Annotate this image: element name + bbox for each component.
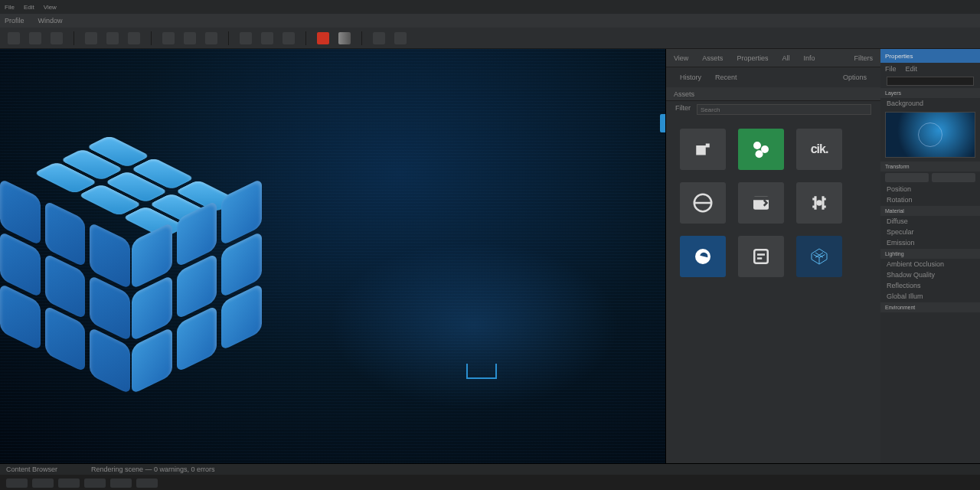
menu-window[interactable]: Window bbox=[38, 17, 63, 24]
asset-shapes[interactable] bbox=[738, 129, 784, 170]
asset-cik[interactable]: cik. bbox=[796, 129, 842, 170]
timeline-prev[interactable] bbox=[6, 479, 28, 488]
asset-grid: cik. bbox=[666, 121, 880, 285]
tool-align[interactable] bbox=[128, 32, 140, 44]
row-position: Position bbox=[880, 184, 980, 194]
properties-search[interactable] bbox=[887, 77, 974, 86]
subtab-recent[interactable]: Recent bbox=[712, 72, 740, 83]
tool-export[interactable] bbox=[283, 32, 295, 44]
asset-window[interactable] bbox=[738, 182, 784, 224]
bottom-panel: Content Browser Rendering scene — 0 warn… bbox=[0, 463, 980, 490]
asset-bracket[interactable] bbox=[796, 182, 842, 224]
viewport-marker bbox=[466, 364, 497, 379]
filter-input[interactable] bbox=[697, 104, 871, 115]
row-shadow[interactable]: Shadow Quality bbox=[880, 270, 980, 280]
timeline-loop[interactable] bbox=[110, 479, 132, 488]
svg-point-0 bbox=[753, 142, 761, 149]
timeline-frame[interactable] bbox=[136, 479, 158, 488]
tool-play[interactable] bbox=[240, 32, 252, 44]
section-transform[interactable]: Transform bbox=[880, 162, 980, 172]
row-diffuse[interactable]: Diffuse bbox=[880, 216, 980, 227]
asset-package[interactable] bbox=[680, 129, 726, 170]
tool-move[interactable] bbox=[29, 32, 41, 44]
tool-grid[interactable] bbox=[106, 32, 119, 44]
separator bbox=[74, 31, 74, 45]
row-ao[interactable]: Ambient Occlusion bbox=[880, 259, 980, 270]
timeline-next[interactable] bbox=[58, 479, 80, 488]
tool-group[interactable] bbox=[184, 32, 196, 44]
asset-mesh[interactable] bbox=[796, 236, 842, 277]
asset-disc[interactable] bbox=[680, 182, 726, 224]
svg-point-2 bbox=[756, 150, 763, 158]
titlebar: File Edit View bbox=[0, 0, 980, 14]
section-material[interactable]: Material bbox=[880, 206, 980, 216]
timeline-stop[interactable] bbox=[84, 479, 106, 488]
menu-edit[interactable]: Edit bbox=[24, 4, 34, 11]
viewport-glow bbox=[328, 241, 619, 410]
section-lighting[interactable]: Lighting bbox=[880, 249, 980, 259]
status-text: Rendering scene — 0 warnings, 0 errors bbox=[91, 466, 215, 473]
field-rotation[interactable] bbox=[932, 173, 975, 182]
tab-info[interactable]: Info bbox=[803, 54, 815, 62]
separator bbox=[361, 31, 362, 45]
row-specular[interactable]: Specular bbox=[880, 227, 980, 237]
section-environment[interactable]: Environment bbox=[880, 302, 980, 312]
tool-lock[interactable] bbox=[205, 32, 217, 44]
tab-all[interactable]: All bbox=[782, 54, 789, 62]
svg-point-6 bbox=[816, 200, 822, 206]
section-layers[interactable]: Layers bbox=[880, 88, 980, 98]
subtab-history[interactable]: History bbox=[677, 72, 704, 83]
prop-tab-file[interactable]: File bbox=[885, 65, 897, 73]
timeline-controls bbox=[0, 475, 980, 490]
tool-gradient[interactable] bbox=[338, 32, 351, 44]
tool-snap[interactable] bbox=[85, 32, 97, 44]
row-rotation: Rotation bbox=[880, 194, 980, 205]
tool-select[interactable] bbox=[8, 32, 20, 44]
properties-header: Properties bbox=[880, 49, 980, 63]
separator bbox=[151, 31, 152, 45]
filter-label: Filter bbox=[675, 104, 691, 115]
tool-zoom[interactable] bbox=[373, 32, 385, 44]
tab-view[interactable]: View bbox=[674, 54, 688, 62]
splitter-handle[interactable] bbox=[660, 114, 666, 132]
properties-panel: Properties File Edit Layers Background T… bbox=[880, 49, 980, 463]
separator bbox=[228, 31, 229, 45]
svg-rect-8 bbox=[754, 250, 768, 263]
timeline-play[interactable] bbox=[32, 479, 54, 488]
tab-properties[interactable]: Properties bbox=[737, 54, 768, 62]
tab-assets[interactable]: Assets bbox=[702, 54, 723, 62]
viewport-3d[interactable] bbox=[0, 49, 666, 463]
bottom-tab-content[interactable]: Content Browser bbox=[6, 466, 57, 473]
tool-fit[interactable] bbox=[394, 32, 407, 44]
asset-sphere[interactable] bbox=[680, 236, 726, 277]
row-background[interactable]: Background bbox=[880, 98, 980, 109]
menu-profile[interactable]: Profile bbox=[5, 17, 24, 24]
row-reflect[interactable]: Reflections bbox=[880, 280, 980, 291]
menu-file[interactable]: File bbox=[5, 4, 15, 11]
svg-point-7 bbox=[695, 249, 710, 264]
tool-rotate[interactable] bbox=[51, 32, 63, 44]
svg-rect-5 bbox=[753, 196, 769, 200]
asset-panel: View Assets Properties All Info Filters … bbox=[666, 49, 880, 463]
tool-render[interactable] bbox=[261, 32, 273, 44]
cube-object[interactable] bbox=[8, 133, 268, 424]
menubar: Profile Window bbox=[0, 14, 980, 28]
asset-header-label: Assets bbox=[674, 90, 694, 98]
preview-thumbnail[interactable] bbox=[885, 112, 975, 158]
prop-tab-edit[interactable]: Edit bbox=[906, 65, 918, 73]
tool-record[interactable] bbox=[317, 32, 329, 44]
subtab-options[interactable]: Options bbox=[840, 72, 870, 83]
row-gi[interactable]: Global Illum bbox=[880, 291, 980, 302]
field-position[interactable] bbox=[885, 173, 929, 182]
tool-layer[interactable] bbox=[162, 32, 175, 44]
asset-header-tabs: View Assets Properties All Info Filters bbox=[666, 49, 880, 67]
row-emission[interactable]: Emission bbox=[880, 237, 980, 248]
tab-filters[interactable]: Filters bbox=[854, 54, 874, 62]
separator bbox=[305, 31, 306, 45]
asset-form[interactable] bbox=[738, 236, 784, 277]
toolbar bbox=[0, 28, 980, 49]
menu-view[interactable]: View bbox=[44, 4, 57, 11]
